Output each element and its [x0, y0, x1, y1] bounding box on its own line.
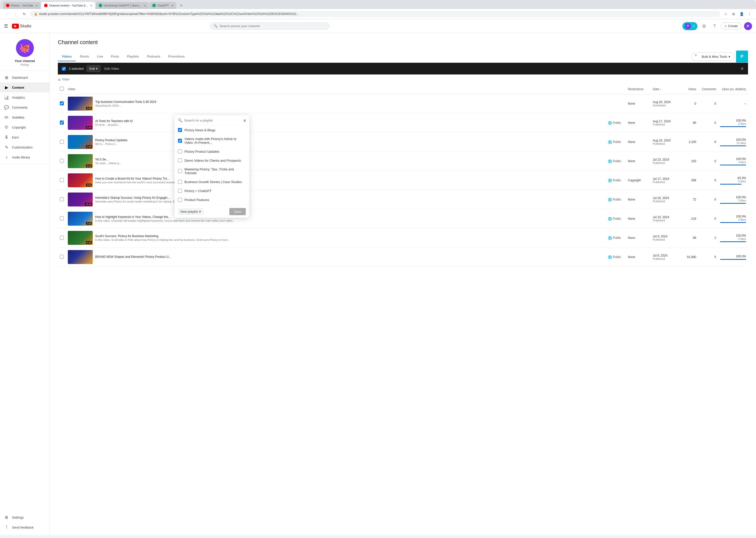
- playlist-checkbox[interactable]: [178, 189, 182, 193]
- forward-button[interactable]: ›: [12, 11, 19, 18]
- user-profile-button[interactable]: 👤: [738, 11, 745, 18]
- row-checkbox[interactable]: [60, 236, 64, 240]
- tab-close-pictory[interactable]: ✕: [36, 4, 38, 7]
- tab-shorts[interactable]: Shorts: [76, 52, 93, 61]
- create-button[interactable]: + Create: [721, 23, 741, 29]
- hamburger-menu[interactable]: ☰: [4, 24, 8, 29]
- tab-close-chatgpt[interactable]: ✕: [144, 4, 146, 7]
- playlist-close-button[interactable]: ✕: [243, 118, 246, 123]
- row-checkbox[interactable]: [60, 159, 64, 163]
- filter-button[interactable]: ⚌: [58, 78, 104, 81]
- sidebar-item-content[interactable]: ▶ Content: [0, 82, 50, 92]
- tab-close-chatgpt2[interactable]: ✕: [171, 4, 173, 7]
- video-thumbnail[interactable]: 0:59: [68, 135, 93, 149]
- sidebar-item-dashboard[interactable]: ⊞ Dashboard: [0, 73, 50, 82]
- video-thumbnail[interactable]: 8:15: [68, 154, 93, 168]
- tab-live[interactable]: Live: [93, 52, 107, 61]
- address-bar[interactable]: 🔒 studio.youtube.com/channel/UCczYWT30Ho…: [30, 11, 720, 17]
- playlist-checkbox[interactable]: [178, 139, 182, 143]
- video-thumbnail[interactable]: 3:04: [68, 173, 93, 187]
- user-avatar[interactable]: P: [744, 22, 752, 30]
- select-all-checkbox[interactable]: [62, 67, 66, 71]
- playlist-checkbox[interactable]: [178, 158, 182, 162]
- date-cell: Aug 17, 2024: [653, 120, 679, 123]
- playlist-search-input[interactable]: [184, 119, 246, 122]
- new-playlist-button[interactable]: New playlist ▾: [178, 208, 204, 215]
- sidebar-item-audio[interactable]: ♪ Audio library: [0, 152, 50, 162]
- customization-icon: ✎: [4, 145, 9, 150]
- tab-posts[interactable]: Posts: [107, 52, 123, 61]
- sidebar-item-customization[interactable]: ✎ Customization: [0, 142, 50, 152]
- tab-pictory[interactable]: Pictory – YouTube ✕: [3, 2, 41, 9]
- video-cell: 3:04 How to Create a Brand Kit for Your …: [68, 173, 604, 187]
- more-button[interactable]: ⋮: [746, 11, 753, 18]
- new-tab-button[interactable]: +: [178, 2, 185, 9]
- table-header-row: Video Restrictions Date ↓ Views Comments…: [58, 84, 748, 94]
- tab-channel-content[interactable]: Channel content – YouTube S... ✕: [41, 2, 95, 9]
- playlist-checkbox[interactable]: [178, 128, 182, 132]
- tab-close-channel[interactable]: ✕: [90, 4, 92, 7]
- video-thumbnail[interactable]: 3:38: [68, 97, 93, 111]
- row-checkbox[interactable]: [60, 255, 64, 259]
- content-tabs: Videos Shorts Live Posts Playlists Podca…: [58, 52, 691, 61]
- search-input[interactable]: [220, 24, 326, 28]
- save-button[interactable]: Save: [229, 208, 246, 215]
- playlist-item[interactable]: Pictory News & Blogs: [174, 126, 249, 134]
- sidebar-item-comments[interactable]: 💬 Comments: [0, 102, 50, 112]
- date-status: Published: [653, 161, 679, 164]
- tab-videos[interactable]: Videos: [58, 52, 76, 61]
- playlist-checkbox[interactable]: [178, 149, 182, 153]
- sidebar-item-earn[interactable]: $ Earn: [0, 132, 50, 142]
- tab-chatgpt[interactable]: Introducing ChatGPT | Open/... ✕: [96, 2, 149, 9]
- tab-playlists[interactable]: Playlists: [123, 52, 143, 61]
- playlist-item[interactable]: Business Growth Stories | Case Studies: [174, 177, 249, 186]
- subtitles-button[interactable]: ⊟: [700, 22, 708, 30]
- tab-chatgpt2[interactable]: ChatGPT ✕: [149, 2, 176, 9]
- video-title: Scott's Success: Pictory for Business Ma…: [95, 234, 604, 238]
- playlist-checkbox[interactable]: [178, 180, 182, 184]
- col-date: Date ↓: [651, 84, 681, 94]
- video-thumbnail[interactable]: 10:10: [68, 192, 93, 206]
- video-thumbnail[interactable]: 6:35: [68, 231, 93, 245]
- row-checkbox[interactable]: [60, 178, 64, 182]
- sidebar-item-settings[interactable]: ⚙ Settings: [0, 512, 50, 522]
- row-checkbox[interactable]: [60, 140, 64, 144]
- page-title: Channel content: [58, 39, 748, 46]
- sidebar-item-feedback[interactable]: ! Send feedback: [0, 522, 50, 532]
- table-row: BRAND NEW Shapes and Elements! Pictory P…: [58, 247, 748, 267]
- row-checkbox[interactable]: [60, 101, 64, 105]
- close-selection[interactable]: ✕: [740, 66, 744, 72]
- sidebar-item-subtitles[interactable]: CC Subtitles: [0, 112, 50, 122]
- video-description: We're... Pictory t...: [95, 142, 604, 145]
- playlist-item[interactable]: Videos made with Pictory's Article to Vi…: [174, 134, 249, 147]
- help-button[interactable]: ?: [710, 22, 718, 30]
- row-checkbox[interactable]: [60, 121, 64, 125]
- playlist-item[interactable]: Mastering Pictory: Tips, Tricks and Tuto…: [174, 165, 249, 177]
- search-input-wrap[interactable]: 🔍: [210, 23, 329, 29]
- sidebar-item-copyright[interactable]: © Copyright: [0, 122, 50, 132]
- sidebar-item-analytics[interactable]: 📊 Analytics: [0, 92, 50, 102]
- header-checkbox[interactable]: [60, 87, 64, 91]
- row-checkbox[interactable]: [60, 197, 64, 201]
- tab-promotions[interactable]: Promotions: [164, 52, 189, 61]
- extensions-button[interactable]: ⧉: [730, 11, 737, 18]
- manage-label: ☰: [692, 25, 695, 27]
- filter-input[interactable]: [62, 78, 104, 81]
- playlist-checkbox[interactable]: [178, 169, 182, 173]
- video-thumbnail[interactable]: 2:23: [68, 116, 93, 130]
- playlist-item[interactable]: Pictory Product Updates: [174, 147, 249, 156]
- row-checkbox[interactable]: [60, 216, 64, 220]
- edit-dropdown[interactable]: Edit ▾: [87, 65, 100, 72]
- bookmark-button[interactable]: ☆: [722, 11, 729, 18]
- refresh-button[interactable]: ↻: [21, 11, 28, 18]
- manage-button[interactable]: P ☰: [682, 22, 697, 30]
- tab-podcasts[interactable]: Podcasts: [143, 52, 164, 61]
- playlist-item[interactable]: Pictory + ChatGPT: [174, 186, 249, 195]
- video-thumbnail[interactable]: [68, 250, 93, 264]
- video-thumbnail[interactable]: 1:03: [68, 212, 93, 226]
- playlist-item[interactable]: Product Features: [174, 195, 249, 204]
- playlist-checkbox[interactable]: [178, 198, 182, 202]
- playlist-item[interactable]: Demo Videos for Clients and Prospects: [174, 156, 249, 165]
- bulk-tools-button[interactable]: P Bulk & Misc Tools ▾: [691, 52, 734, 61]
- back-button[interactable]: ‹: [3, 11, 10, 18]
